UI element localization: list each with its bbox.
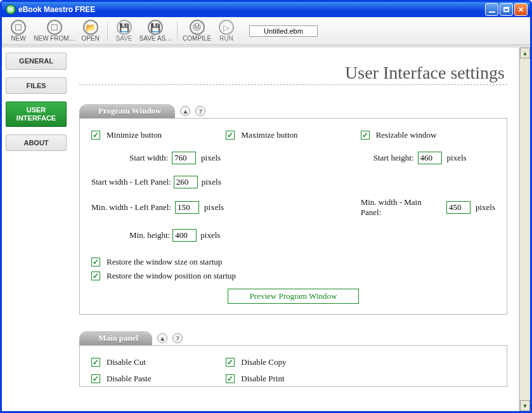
disable-copy-checkbox[interactable]	[226, 358, 235, 367]
save-icon: 💾	[117, 20, 132, 35]
sidebar: GENERAL FILES USER INTERFACE ABOUT	[2, 48, 70, 411]
save-button: 💾 SAVE	[113, 20, 136, 42]
run-icon: ▷	[219, 20, 234, 35]
content-area: User Interface settings Program Window ▲…	[70, 48, 519, 411]
save-as-icon: 💾	[148, 20, 163, 35]
preview-program-window-button[interactable]: Preview Program Window	[228, 289, 360, 304]
open-icon: 📂	[83, 20, 98, 35]
min-height-label: Min. height:	[129, 230, 170, 240]
maximize-checkbox[interactable]	[226, 131, 235, 140]
help-icon[interactable]: ?	[172, 333, 183, 343]
disable-paste-checkbox[interactable]	[91, 374, 100, 383]
start-width-left-label: Start width - Left Panel:	[91, 177, 171, 187]
sidebar-item-user-interface[interactable]: USER INTERFACE	[6, 102, 67, 126]
disable-print-checkbox[interactable]	[226, 374, 235, 383]
compile-label: COMPILE	[183, 35, 211, 42]
resizable-label: Resizable window	[376, 130, 437, 140]
collapse-icon[interactable]: ▲	[180, 106, 190, 116]
maximize-label: Maximize button	[241, 130, 297, 140]
compile-button[interactable]: Ⓜ COMPILE	[183, 20, 211, 42]
start-width-label: Start width:	[129, 153, 168, 163]
unit-label: pixels	[476, 202, 495, 213]
collapse-icon[interactable]: ▲	[157, 333, 167, 343]
unit-label: pixels	[447, 153, 467, 163]
restore-size-checkbox[interactable]	[91, 258, 100, 266]
program-window-header: Program Window	[79, 104, 175, 118]
disable-print-label: Disable Print	[241, 374, 284, 384]
maximize-window-button[interactable]	[500, 3, 513, 16]
resizable-checkbox[interactable]	[361, 131, 370, 140]
minimize-window-button[interactable]	[485, 3, 498, 16]
restore-size-label: Restore the window size on startup	[107, 257, 222, 267]
minimize-checkbox[interactable]	[91, 131, 100, 140]
help-icon[interactable]: ?	[195, 106, 205, 116]
run-label: RUN	[219, 35, 233, 42]
compile-icon: Ⓜ	[190, 20, 205, 35]
title-separator	[79, 84, 507, 85]
unit-label: pixels	[202, 177, 221, 187]
scroll-up-icon[interactable]: ▲	[520, 48, 530, 58]
open-button[interactable]: 📂 OPEN	[79, 20, 102, 42]
sidebar-item-files[interactable]: FILES	[6, 77, 67, 95]
minimize-label: Minimize button	[107, 130, 162, 140]
sidebar-item-about[interactable]: ABOUT	[6, 134, 67, 152]
toolbar-separator	[107, 22, 108, 41]
window-title: eBook Maestro FREE	[18, 5, 485, 14]
start-height-input[interactable]	[418, 152, 442, 164]
main-panel-section: Main panel ▲ ? Disable Cut Disable Copy	[79, 331, 507, 387]
min-width-main-input[interactable]	[446, 201, 470, 214]
disable-paste-label: Disable Paste	[107, 374, 151, 384]
start-width-left-input[interactable]	[174, 176, 198, 188]
toolbar-separator	[177, 22, 178, 41]
open-label: OPEN	[81, 35, 99, 42]
filename-display: Untitled.ebm	[249, 25, 318, 37]
unit-label: pixels	[200, 230, 220, 240]
new-icon: ☐	[11, 20, 26, 35]
disable-copy-label: Disable Copy	[241, 357, 286, 367]
toolbar: ☐ NEW ☐ NEW FROM… 📂 OPEN 💾 SAVE 💾 SAVE A…	[2, 17, 530, 45]
min-width-left-input[interactable]	[175, 201, 199, 214]
close-window-button[interactable]	[514, 3, 528, 16]
vertical-scrollbar[interactable]: ▲ ▼	[519, 48, 530, 411]
restore-pos-label: Restore the window position on startup	[107, 271, 236, 281]
unit-label: pixels	[201, 153, 221, 163]
run-button: ▷ RUN	[215, 20, 238, 42]
min-height-input[interactable]	[172, 229, 197, 242]
save-as-button[interactable]: 💾 SAVE AS…	[139, 20, 172, 42]
start-width-input[interactable]	[172, 152, 196, 164]
new-from-button[interactable]: ☐ NEW FROM…	[34, 20, 75, 42]
restore-pos-checkbox[interactable]	[91, 272, 100, 280]
new-button[interactable]: ☐ NEW	[7, 20, 30, 42]
titlebar: M eBook Maestro FREE	[2, 2, 530, 17]
app-icon: M	[6, 4, 16, 15]
sidebar-item-general[interactable]: GENERAL	[6, 53, 67, 70]
save-label: SAVE	[116, 35, 133, 42]
main-panel-header: Main panel	[79, 331, 152, 345]
min-width-main-label: Min. width - Main Panel:	[361, 197, 443, 218]
unit-label: pixels	[204, 202, 224, 213]
new-from-label: NEW FROM…	[34, 35, 75, 42]
new-label: NEW	[11, 35, 25, 42]
new-from-icon: ☐	[47, 20, 62, 35]
start-height-label: Start height:	[373, 153, 414, 163]
program-window-section: Program Window ▲ ? Minimize button Maxim…	[79, 104, 507, 315]
page-title: User Interface settings	[79, 63, 505, 83]
disable-cut-label: Disable Cut	[107, 357, 146, 367]
min-width-left-label: Min. width - Left Panel:	[91, 202, 171, 213]
scroll-down-icon[interactable]: ▼	[520, 400, 530, 411]
disable-cut-checkbox[interactable]	[91, 358, 100, 367]
save-as-label: SAVE AS…	[139, 35, 172, 42]
